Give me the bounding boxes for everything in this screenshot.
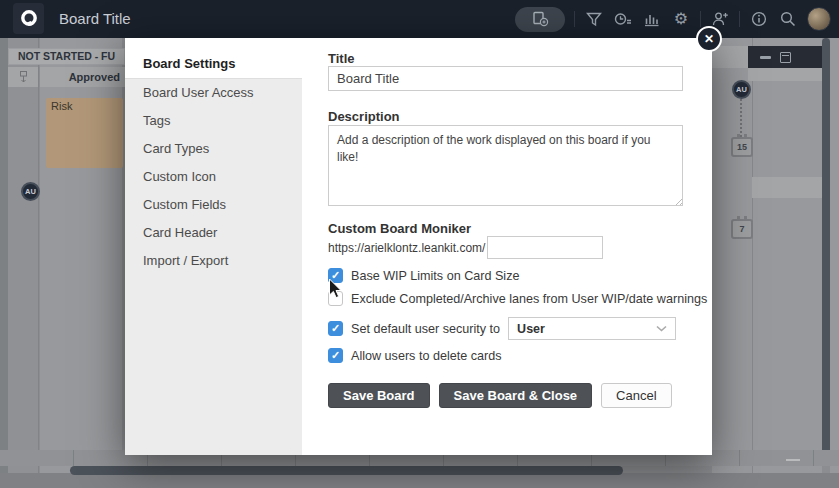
wip-limits-checkbox[interactable] <box>328 268 343 283</box>
exclude-lanes-checkbox[interactable] <box>328 291 343 306</box>
description-textarea[interactable]: Add a description of the work displayed … <box>328 125 683 206</box>
app-root: NOT STARTED - FU Approved Risk AU AU 15 … <box>0 0 839 488</box>
sidebar-item-import-export[interactable]: Import / Export <box>125 247 302 275</box>
wip-limits-row: Base WIP Limits on Card Size <box>328 268 519 283</box>
topbar-actions: ⚙ <box>515 0 831 38</box>
allow-delete-checkbox[interactable] <box>328 348 343 363</box>
board-column-edge <box>0 38 8 488</box>
default-security-label: Set default user security to <box>351 322 500 336</box>
search-icon[interactable] <box>778 9 798 29</box>
app-logo[interactable] <box>13 3 44 34</box>
exclude-lanes-row: Exclude Completed/Archive lanes from Use… <box>328 291 707 306</box>
divider <box>700 11 701 27</box>
title-label: Title <box>328 51 355 66</box>
horizontal-scrollbar[interactable] <box>70 466 623 475</box>
close-modal-button[interactable]: ✕ <box>696 26 722 52</box>
selected-security-value: User <box>517 322 545 336</box>
lane-header-not-started: NOT STARTED - FU <box>8 48 125 65</box>
collapsed-lane-header <box>748 46 827 68</box>
user-avatar-badge: AU <box>732 80 751 99</box>
collapse-minus-icon <box>760 56 771 59</box>
analytics-icon[interactable] <box>642 9 662 29</box>
divider <box>739 11 740 27</box>
info-icon[interactable] <box>749 9 769 29</box>
board-column-right-wide <box>752 38 822 488</box>
right-lane-band <box>748 68 827 81</box>
allow-delete-row: Allow users to delete cards <box>328 348 502 363</box>
board-settings-modal: ✕ Board Settings Board User Access Tags … <box>125 38 712 455</box>
default-security-checkbox[interactable] <box>328 321 343 336</box>
exclude-lanes-label: Exclude Completed/Archive lanes from Use… <box>351 292 707 306</box>
user-avatar[interactable] <box>807 7 831 31</box>
add-card-icon <box>532 11 549 27</box>
default-security-select[interactable]: User <box>508 317 676 340</box>
date-badge: 15 <box>731 137 753 157</box>
right-panel-cell <box>712 46 748 68</box>
chevron-down-icon <box>656 325 667 332</box>
divider <box>574 11 575 27</box>
settings-gear-icon[interactable]: ⚙ <box>671 9 691 29</box>
cancel-button[interactable]: Cancel <box>601 383 671 408</box>
save-board-button[interactable]: Save Board <box>328 383 430 408</box>
sidebar-item-custom-fields[interactable]: Custom Fields <box>125 191 302 219</box>
moniker-url-prefix: https://arielklontz.leankit.com/ <box>328 241 485 255</box>
vertical-scrollbar[interactable] <box>822 38 830 460</box>
sidebar-item-tags[interactable]: Tags <box>125 107 302 135</box>
board-right-edge <box>830 38 839 488</box>
calendar-icon <box>780 52 791 63</box>
board-footer-strip <box>0 473 839 488</box>
sublane-icon-cell <box>8 67 38 87</box>
moniker-input[interactable] <box>487 236 603 259</box>
settings-sidebar: Board Settings Board User Access Tags Ca… <box>125 38 302 455</box>
collapse-dash-icon <box>786 459 800 461</box>
save-board-close-button[interactable]: Save Board & Close <box>439 383 593 408</box>
right-lane-band <box>752 177 822 198</box>
board-column-narrow <box>8 38 39 488</box>
description-label: Description <box>328 109 400 124</box>
add-card-button[interactable] <box>515 7 565 32</box>
date-badge: 7 <box>731 219 753 239</box>
sidebar-item-board-settings[interactable]: Board Settings <box>125 49 302 79</box>
board-column-right-narrow <box>712 38 752 488</box>
sidebar-item-card-types[interactable]: Card Types <box>125 135 302 163</box>
moniker-label: Custom Board Moniker <box>328 221 471 236</box>
board-card-risk: Risk <box>46 98 123 168</box>
sublane-header-approved: Approved <box>40 67 125 87</box>
sidebar-item-card-header[interactable]: Card Header <box>125 219 302 247</box>
leankit-logo-icon <box>18 8 40 30</box>
allow-delete-label: Allow users to delete cards <box>351 349 502 363</box>
history-icon[interactable] <box>613 9 633 29</box>
board-title-heading[interactable]: Board Title <box>59 0 131 38</box>
sidebar-item-board-user-access[interactable]: Board User Access <box>125 79 302 107</box>
default-security-row: Set default user security to User <box>328 317 676 340</box>
lane-policy-icon <box>19 71 28 83</box>
wip-limits-label: Base WIP Limits on Card Size <box>351 269 519 283</box>
user-avatar-badge: AU <box>21 182 40 201</box>
board-title-input[interactable] <box>328 66 683 91</box>
moniker-row: https://arielklontz.leankit.com/ <box>328 236 603 259</box>
modal-button-row: Save Board Save Board & Close Cancel <box>328 383 672 408</box>
timeline-connector <box>740 99 742 137</box>
filter-icon[interactable] <box>584 9 604 29</box>
sidebar-spacer <box>125 38 302 49</box>
sidebar-item-custom-icon[interactable]: Custom Icon <box>125 163 302 191</box>
settings-form: Title Description Add a description of t… <box>302 38 712 455</box>
